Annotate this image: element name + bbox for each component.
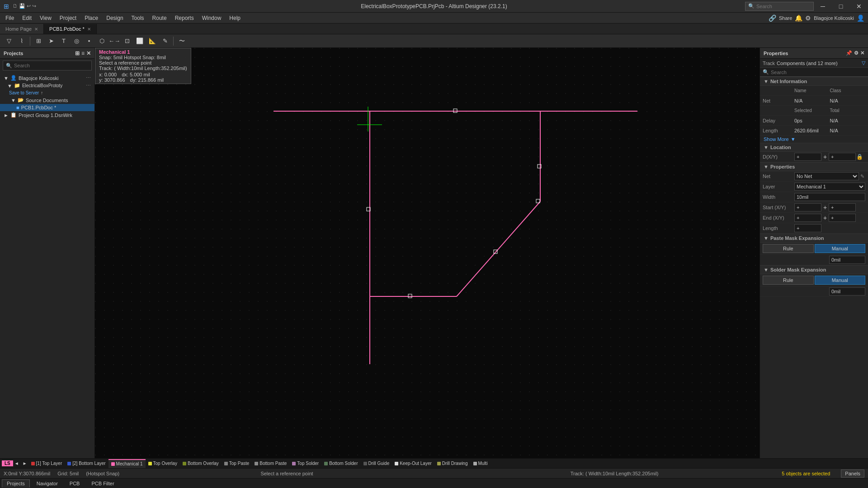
- toolbar-pad-btn[interactable]: ▪: [84, 36, 94, 46]
- prop-net-edit-icon[interactable]: ✎: [859, 174, 865, 179]
- paste-mask-manual-btn[interactable]: Manual: [815, 244, 866, 253]
- menu-view[interactable]: View: [36, 14, 55, 22]
- properties-search-box[interactable]: 🔍: [760, 68, 868, 77]
- notify-icon[interactable]: 🔔: [795, 14, 802, 22]
- pin-icon[interactable]: 📌: [846, 50, 852, 56]
- menu-file[interactable]: File: [2, 14, 18, 22]
- tree-user-item[interactable]: ▼ 👤 Blagojce Kolicoski ⋯: [0, 74, 94, 82]
- properties-search-input[interactable]: [771, 70, 865, 75]
- projects-search-box[interactable]: 🔍: [3, 61, 92, 70]
- menu-reports[interactable]: Reports: [171, 14, 198, 22]
- panel-settings-icon[interactable]: ⚙: [854, 50, 859, 56]
- footer-tab-projects[interactable]: Projects: [2, 479, 30, 488]
- menu-design[interactable]: Design: [103, 14, 127, 22]
- projects-search-input[interactable]: [14, 63, 89, 68]
- solder-mask-omit-input[interactable]: [829, 287, 865, 296]
- close-button[interactable]: ✕: [850, 0, 868, 13]
- tree-more-icon[interactable]: ⋯: [86, 75, 91, 81]
- location-header[interactable]: ▼ Location: [760, 143, 868, 152]
- panels-btn-area[interactable]: Panels: [841, 469, 864, 478]
- tree-project-more-icon[interactable]: ⋯: [86, 83, 91, 89]
- location-x-plus[interactable]: +: [821, 153, 829, 160]
- track-filter-icon[interactable]: ▽: [862, 60, 865, 66]
- paste-mask-omit-input[interactable]: [829, 256, 865, 264]
- layer-top-paste[interactable]: Top Paste: [222, 459, 252, 468]
- solder-mask-header[interactable]: ▼ Solder Mask Expansion: [760, 265, 868, 274]
- prop-start-y-input[interactable]: [829, 203, 856, 211]
- layer-bottom-solder[interactable]: Bottom Solder: [321, 459, 360, 468]
- layer-top-solder[interactable]: Top Solder: [289, 459, 321, 468]
- menu-project[interactable]: Project: [56, 14, 80, 22]
- paste-mask-header[interactable]: ▼ Paste Mask Expansion: [760, 234, 868, 243]
- tree-project-item[interactable]: ▼ 📁 ElectricalBoxPrototy ⋯: [0, 82, 94, 89]
- layer-bottom[interactable]: [2] Bottom Layer: [65, 459, 108, 468]
- layer-keepout[interactable]: Keep-Out Layer: [392, 459, 434, 468]
- show-more-btn[interactable]: Show More ▼: [760, 136, 868, 143]
- toolbar-img-btn[interactable]: ⊡: [122, 36, 132, 46]
- solder-mask-manual-btn[interactable]: Manual: [815, 276, 866, 285]
- panel-icon-1[interactable]: ⊞: [75, 50, 80, 56]
- tab-home-close[interactable]: ✕: [34, 27, 38, 32]
- menu-edit[interactable]: Edit: [19, 14, 35, 22]
- user-avatar-icon[interactable]: 👤: [857, 14, 864, 22]
- panel-icon-2[interactable]: ≡: [81, 50, 85, 56]
- footer-tab-pcb[interactable]: PCB: [65, 479, 85, 488]
- tab-pcb[interactable]: PCB1.PcbDoc * ✕: [44, 24, 97, 34]
- tab-pcb-close[interactable]: ✕: [87, 27, 91, 32]
- prop-layer-select[interactable]: Mechanical 1: [794, 183, 865, 191]
- toolbar-wave-btn[interactable]: 〜: [176, 36, 187, 46]
- share-label[interactable]: Share: [779, 15, 792, 21]
- menu-place[interactable]: Place: [81, 14, 102, 22]
- location-lock-icon[interactable]: 🔒: [856, 154, 863, 160]
- toolbar-dim-btn[interactable]: ←→: [109, 36, 120, 46]
- panel-close-icon[interactable]: ✕: [86, 50, 91, 56]
- menu-tools[interactable]: Tools: [128, 14, 148, 22]
- minimize-button[interactable]: ─: [814, 0, 832, 13]
- maximize-button[interactable]: □: [832, 0, 850, 13]
- title-search-area[interactable]: 🔍: [745, 2, 814, 11]
- pcb-canvas-area[interactable]: Mechanical 1 Snap: 5mil Hotspot Snap: 8m…: [95, 48, 760, 458]
- tree-pcb-file[interactable]: ■ PCB1.PcbDoc *: [0, 104, 94, 111]
- paste-mask-rule-btn[interactable]: Rule: [763, 244, 814, 253]
- net-info-header[interactable]: ▼ Net Information: [760, 77, 868, 86]
- layer-multi[interactable]: Multi: [471, 459, 491, 468]
- prop-start-x-input[interactable]: [794, 203, 821, 211]
- panels-button[interactable]: Panels: [841, 469, 864, 478]
- solder-mask-rule-btn[interactable]: Rule: [763, 276, 814, 285]
- properties-close-icon[interactable]: ✕: [860, 50, 864, 56]
- layer-nav-left[interactable]: ◄: [13, 461, 20, 466]
- layer-drill-drawing[interactable]: Drill Drawing: [434, 459, 471, 468]
- toolbar-pencil-btn[interactable]: ✎: [160, 36, 170, 46]
- location-x-input[interactable]: [794, 153, 821, 161]
- prop-width-input[interactable]: [794, 193, 865, 201]
- layer-nav-right[interactable]: ►: [21, 461, 28, 466]
- toolbar-cursor-btn[interactable]: ➤: [46, 36, 57, 46]
- tree-save-to-server[interactable]: Save to Server ↑: [0, 89, 94, 96]
- toolbar-route-btn[interactable]: ⌇: [16, 36, 27, 46]
- menu-window[interactable]: Window: [198, 14, 225, 22]
- share-icon[interactable]: 🔗: [769, 14, 776, 22]
- tree-source-docs[interactable]: ▼ 📂 Source Documents: [0, 96, 94, 104]
- footer-tab-navigator[interactable]: Navigator: [32, 479, 63, 488]
- toolbar-via-btn[interactable]: ◎: [71, 36, 82, 46]
- layer-drill-guide[interactable]: Drill Guide: [361, 459, 392, 468]
- layer-mechanical1[interactable]: Mechanical 1: [108, 459, 146, 468]
- layer-top[interactable]: [1] Top Layer: [28, 459, 65, 468]
- prop-end-y-input[interactable]: [829, 214, 856, 222]
- layer-top-overlay[interactable]: Top Overlay: [146, 459, 180, 468]
- toolbar-plus-btn[interactable]: ⊞: [33, 36, 44, 46]
- pcb-canvas[interactable]: Mechanical 1 Snap: 5mil Hotspot Snap: 8m…: [95, 48, 760, 458]
- location-y-input[interactable]: [829, 153, 856, 161]
- toolbar-3d-btn[interactable]: ⬜: [134, 36, 145, 46]
- prop-net-select[interactable]: No Net: [794, 172, 859, 180]
- toolbar-measure-btn[interactable]: 📐: [147, 36, 158, 46]
- title-search-input[interactable]: [756, 4, 811, 9]
- footer-tab-pcbfilter[interactable]: PCB Filter: [86, 479, 119, 488]
- layer-bottom-paste[interactable]: Bottom Paste: [252, 459, 289, 468]
- toolbar-t-btn[interactable]: T: [58, 36, 69, 46]
- tab-home[interactable]: Home Page ✕: [0, 24, 44, 34]
- toolbar-filter-btn[interactable]: ▽: [4, 36, 14, 46]
- menu-help[interactable]: Help: [226, 14, 244, 22]
- prop-end-x-input[interactable]: [794, 214, 821, 222]
- track-props-header[interactable]: ▼ Properties: [760, 162, 868, 171]
